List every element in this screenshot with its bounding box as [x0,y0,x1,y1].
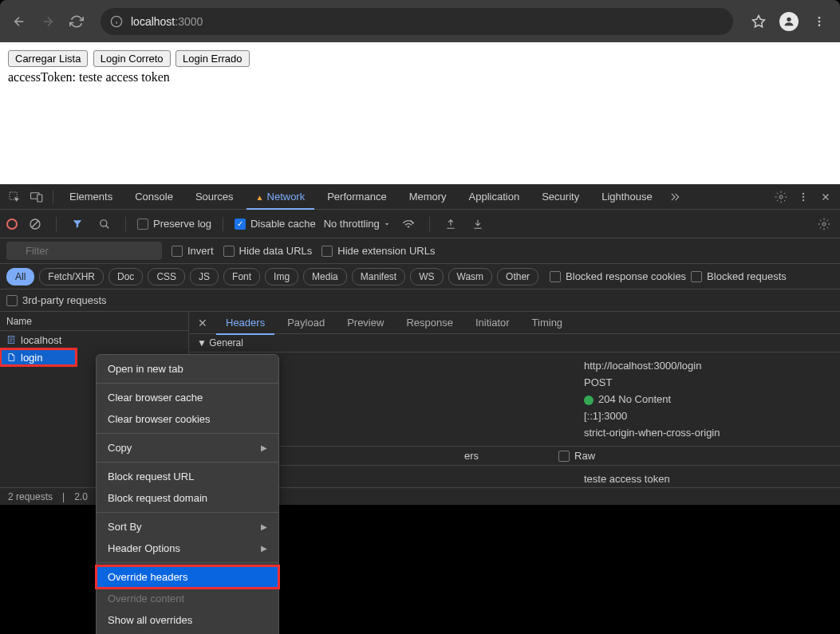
address-bar[interactable]: localhost:3000 [101,8,733,35]
search-icon[interactable] [95,215,114,234]
hide-ext-checkbox[interactable]: Hide extension URLs [321,245,435,257]
close-devtools-icon[interactable] [816,187,835,207]
detail-tab-payload[interactable]: Payload [278,312,334,333]
detail-tab-initiator[interactable]: Initiator [466,312,519,333]
type-doc[interactable]: Doc [108,268,143,285]
context-item-block-request-url[interactable]: Block request URL [97,466,278,487]
profile-avatar[interactable] [776,9,802,34]
list-item-login[interactable]: login [0,349,77,366]
devtools-tabs: Elements Console Sources Network Perform… [0,184,840,210]
third-party-checkbox[interactable]: 3rd-party requests [6,294,107,306]
back-button[interactable] [8,10,30,33]
page-text: accessToken: teste access token [8,70,832,85]
context-separator [97,433,278,434]
svg-marker-3 [753,15,765,26]
tab-application[interactable]: Application [459,184,530,209]
hide-data-checkbox[interactable]: Hide data URLs [223,245,313,257]
tab-security[interactable]: Security [532,184,589,209]
type-css[interactable]: CSS [148,268,185,285]
preserve-log-label: Preserve log [153,218,211,230]
browser-toolbar: localhost:3000 [0,0,840,42]
type-img[interactable]: Img [265,268,298,285]
forward-button[interactable] [37,10,59,33]
type-filter-row: All Fetch/XHR Doc CSS JS Font Img Media … [0,264,840,289]
chevron-right-icon: ▶ [261,544,267,553]
list-item-localhost[interactable]: localhost [0,331,188,349]
context-item-sort-by[interactable]: Sort By▶ [97,516,278,538]
type-wasm[interactable]: Wasm [448,268,493,285]
filter-icon[interactable] [68,215,87,234]
svg-point-5 [818,17,821,19]
page-button-1[interactable]: Carregar Lista [8,50,88,67]
context-separator [97,462,278,463]
blocked-requests-checkbox[interactable]: Blocked requests [691,270,787,282]
detail-tab-preview[interactable]: Preview [337,312,393,333]
context-item-show-all-overrides[interactable]: Show all overrides [97,609,278,631]
context-item-copy[interactable]: Copy▶ [97,437,278,459]
info-icon [110,15,123,28]
detail-tab-response[interactable]: Response [396,312,463,333]
type-manifest[interactable]: Manifest [352,268,405,285]
close-detail-icon[interactable]: ✕ [192,317,213,329]
type-fetch[interactable]: Fetch/XHR [39,268,104,285]
tab-console[interactable]: Console [125,184,183,209]
invert-checkbox[interactable]: Invert [172,245,214,257]
inspect-icon[interactable] [5,187,24,207]
list-header-name[interactable]: Name [0,312,188,331]
menu-icon[interactable] [806,9,832,34]
preserve-log-checkbox[interactable]: Preserve log [137,218,211,230]
context-separator [97,512,278,513]
response-headers-section[interactable]: ers Raw [189,446,840,466]
context-item-block-request-domain[interactable]: Block request domain [97,487,278,509]
network-settings-icon[interactable] [814,215,834,234]
header-value: teste access token [584,473,670,485]
clear-button[interactable] [26,215,45,234]
tab-lighthouse[interactable]: Lighthouse [592,184,662,209]
blocked-cookies-checkbox[interactable]: Blocked response cookies [550,270,686,282]
page-button-3[interactable]: Login Errado [175,50,249,67]
type-js[interactable]: JS [190,268,219,285]
svg-rect-10 [37,195,42,202]
upload-icon[interactable] [441,215,460,234]
url-text: localhost:3000 [131,15,203,28]
chevron-right-icon: ▶ [261,522,267,531]
context-item-header-options[interactable]: Header Options▶ [97,538,278,559]
disable-cache-checkbox[interactable]: Disable cache [235,218,316,230]
reload-button[interactable] [65,10,88,33]
tab-elements[interactable]: Elements [60,184,122,209]
context-separator [97,562,278,563]
detail-tab-headers[interactable]: Headers [216,312,274,335]
tab-performance[interactable]: Performance [317,184,396,209]
type-other[interactable]: Other [497,268,538,285]
request-detail: ✕ Headers Payload Preview Response Initi… [189,312,840,487]
bookmark-icon[interactable] [746,9,771,34]
type-media[interactable]: Media [303,268,347,285]
tab-memory[interactable]: Memory [400,184,456,209]
type-ws[interactable]: WS [410,268,443,285]
download-icon[interactable] [468,215,487,234]
settings-icon[interactable] [771,187,791,207]
page-button-2[interactable]: Login Correto [93,50,171,67]
wifi-icon[interactable] [399,215,418,234]
context-item-clear-browser-cookies[interactable]: Clear browser cookies [97,408,278,430]
filter-input[interactable] [6,242,162,260]
throttling-select[interactable]: No throttling [324,218,391,230]
detail-tab-timing[interactable]: Timing [523,312,573,333]
context-item-override-headers[interactable]: Override headers [97,566,278,588]
more-tabs-icon[interactable] [665,187,684,207]
svg-point-6 [818,20,821,22]
device-icon[interactable] [27,187,46,207]
kebab-icon[interactable] [794,187,813,207]
context-item-open-in-new-tab[interactable]: Open in new tab [97,358,278,380]
type-font[interactable]: Font [223,268,260,285]
tab-sources[interactable]: Sources [186,184,243,209]
general-section[interactable]: ▼ General [189,334,840,352]
page-content: Carregar Lista Login Correto Login Errad… [0,42,840,184]
context-item-clear-browser-cache[interactable]: Clear browser cache [97,387,278,408]
tab-network[interactable]: Network [246,184,315,209]
record-button[interactable] [6,219,18,230]
detail-tabs: ✕ Headers Payload Preview Response Initi… [189,312,840,334]
raw-checkbox[interactable]: Raw [558,450,595,462]
type-all[interactable]: All [6,268,34,285]
svg-point-12 [803,192,804,194]
